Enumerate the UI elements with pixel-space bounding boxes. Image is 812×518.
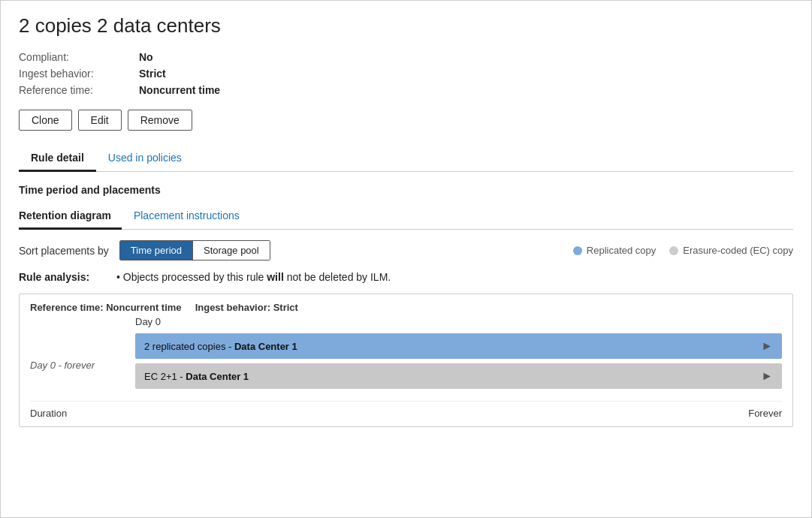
sort-button-group: Time period Storage pool: [119, 240, 270, 261]
diagram-footer: Duration Forever: [30, 401, 782, 426]
diagram-ref-label: Reference time:: [30, 302, 104, 313]
remove-button[interactable]: Remove: [128, 110, 192, 131]
compliant-label: Compliant:: [19, 51, 139, 63]
bar2-bold: Data Center 1: [186, 371, 249, 382]
bar1-text: 2 replicated copies -: [144, 341, 234, 352]
diagram-row-label: Day 0 - forever: [30, 333, 135, 396]
ingest-value: Strict: [139, 68, 166, 80]
legend-erasure-label: Erasure-coded (EC) copy: [683, 245, 793, 256]
compliant-row: Compliant: No: [19, 51, 793, 63]
diagram-box: Reference time: Noncurrent time Ingest b…: [19, 294, 793, 427]
bar-replicated-arrow: ►: [761, 339, 773, 353]
rule-analysis-bold: will: [267, 271, 284, 283]
edit-button[interactable]: Edit: [78, 110, 122, 131]
time-placements-title: Time period and placements: [19, 184, 793, 196]
diagram-ref-value: Noncurrent time: [106, 302, 181, 313]
bar2-text: EC 2+1 -: [144, 371, 186, 382]
diagram-content: Day 0 - forever 2 replicated copies - Da…: [30, 333, 782, 396]
page-title: 2 copies 2 data centers: [19, 14, 793, 38]
action-buttons: Clone Edit Remove: [19, 110, 793, 131]
bar-replicated[interactable]: 2 replicated copies - Data Center 1 ►: [135, 333, 782, 359]
reference-value: Noncurrent time: [139, 84, 220, 96]
legend-replicated: Replicated copy: [573, 245, 657, 256]
sort-bar: Sort placements by Time period Storage p…: [19, 240, 793, 261]
diagram-ingest-label: Ingest behavior:: [195, 302, 270, 313]
ingest-label: Ingest behavior:: [19, 68, 139, 80]
sub-tabs: Retention diagram Placement instructions: [19, 205, 793, 230]
outer-tabs: Rule detail Used in policies: [19, 146, 793, 172]
sub-tab-retention-diagram[interactable]: Retention diagram: [19, 205, 122, 230]
legend: Replicated copy Erasure-coded (EC) copy: [573, 245, 793, 256]
erasure-dot: [669, 246, 678, 255]
footer-duration-label: Duration: [30, 408, 67, 419]
legend-replicated-label: Replicated copy: [587, 245, 657, 256]
diagram-day0: Day 0: [135, 316, 782, 327]
bar-erasure-arrow: ►: [761, 369, 773, 383]
clone-button[interactable]: Clone: [19, 110, 72, 131]
sort-label: Sort placements by: [19, 245, 109, 257]
diagram-bars: 2 replicated copies - Data Center 1 ► EC…: [135, 333, 782, 396]
bar1-bold: Data Center 1: [234, 341, 297, 352]
tab-rule-detail[interactable]: Rule detail: [19, 146, 96, 172]
sub-tab-placement-instructions[interactable]: Placement instructions: [134, 205, 250, 230]
ingest-row: Ingest behavior: Strict: [19, 68, 793, 80]
meta-section: Compliant: No Ingest behavior: Strict Re…: [19, 51, 793, 96]
reference-label: Reference time:: [19, 84, 139, 96]
bar-erasure-text: EC 2+1 - Data Center 1: [144, 371, 249, 382]
bar-row-replicated: 2 replicated copies - Data Center 1 ►: [135, 333, 782, 359]
tab-used-in-policies[interactable]: Used in policies: [96, 146, 194, 172]
footer-duration-value: Forever: [748, 408, 782, 419]
rule-analysis-bullet: •: [116, 271, 120, 283]
sort-btn-storage-pool[interactable]: Storage pool: [193, 241, 270, 260]
rule-analysis-text: • Objects processed by this rule will no…: [116, 271, 391, 283]
sort-btn-time-period[interactable]: Time period: [120, 241, 193, 260]
bar-row-erasure: EC 2+1 - Data Center 1 ►: [135, 363, 782, 389]
rule-analysis-before: Objects processed by this rule: [123, 271, 267, 283]
diagram-ingest-value: Strict: [273, 302, 298, 313]
rule-analysis: Rule analysis: • Objects processed by th…: [19, 271, 793, 283]
legend-erasure: Erasure-coded (EC) copy: [669, 245, 793, 256]
rule-analysis-label: Rule analysis:: [19, 271, 109, 283]
reference-row: Reference time: Noncurrent time: [19, 84, 793, 96]
compliant-value: No: [139, 51, 153, 63]
bar-erasure[interactable]: EC 2+1 - Data Center 1 ►: [135, 363, 782, 389]
diagram-header: Reference time: Noncurrent time Ingest b…: [30, 302, 782, 313]
bar-replicated-text: 2 replicated copies - Data Center 1: [144, 341, 297, 352]
rule-analysis-after: not be deleted by ILM.: [284, 271, 391, 283]
replicated-dot: [573, 246, 582, 255]
